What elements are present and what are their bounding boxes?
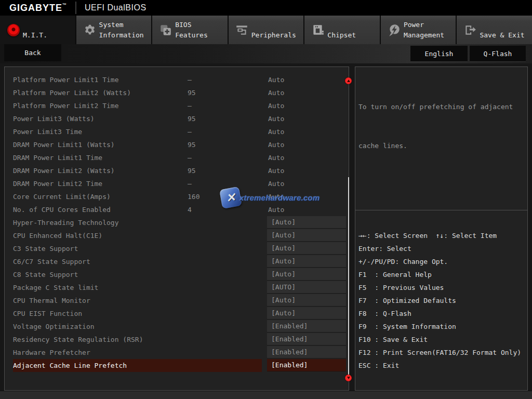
setting-current-value: –: [188, 73, 192, 86]
bottom-strip: [0, 391, 532, 399]
setting-current-value: –: [188, 99, 192, 112]
setting-label: DRAM Power Limit2 Time: [13, 177, 262, 190]
setting-default-value: Auto: [268, 125, 284, 138]
setting-row[interactable]: Power Limit3 Time–Auto: [5, 125, 349, 138]
setting-current-value: 4: [188, 203, 192, 216]
setting-row[interactable]: DRAM Power Limit1 (Watts)95Auto: [5, 138, 349, 151]
setting-value-box[interactable]: [Enabled]: [267, 359, 346, 371]
setting-row[interactable]: Adjacent Cache Line Prefetch[Enabled]: [5, 359, 349, 372]
setting-row[interactable]: CPU EIST Function[Auto]: [5, 307, 349, 320]
setting-label: DRAM Power Limit2 (Watts): [13, 164, 262, 177]
tab-power-management[interactable]: PowerManagement: [381, 16, 456, 44]
divider: [355, 210, 527, 210]
key-legend-line: ESC : Exit: [358, 359, 526, 372]
help-panel: To turn on/off prefetching of adjacent c…: [355, 66, 528, 391]
setting-row[interactable]: Residency State Regulation (RSR)[Enabled…: [5, 333, 349, 346]
setting-row[interactable]: DRAM Power Limit2 (Watts)95Auto: [5, 164, 349, 177]
setting-row[interactable]: Voltage Optimization[Enabled]: [5, 320, 349, 333]
key-legend-line: F1 : General Help: [358, 268, 526, 281]
tab-save-exit[interactable]: Save & Exit: [457, 16, 532, 44]
setting-value-box[interactable]: [Enabled]: [267, 333, 346, 345]
setting-value-box[interactable]: [Auto]: [267, 216, 346, 229]
setting-row[interactable]: Platform Power Limit1 Time–Auto: [5, 73, 349, 86]
key-legend-line: F9 : System Information: [358, 320, 526, 333]
tab-peripherals[interactable]: Peripherals: [229, 16, 304, 44]
setting-default-value: Auto: [268, 99, 284, 112]
setting-value-box[interactable]: [Auto]: [267, 242, 346, 255]
setting-label: DRAM Power Limit1 (Watts): [13, 138, 262, 151]
setting-current-value: –: [188, 177, 192, 190]
setting-default-value: Auto: [268, 138, 284, 151]
setting-row[interactable]: Core Current Limit(Amps)160Auto: [5, 190, 349, 203]
setting-value-box[interactable]: [Auto]: [267, 307, 346, 320]
gigabyte-logo: GIGABYTE™: [9, 3, 67, 14]
setting-label: CPU Thermal Monitor: [13, 294, 262, 307]
setting-default-value: Auto: [268, 203, 284, 216]
setting-current-value: 95: [188, 138, 196, 151]
setting-label: Adjacent Cache Line Prefetch: [13, 359, 262, 372]
key-legend-line: F5 : Previous Values: [358, 281, 526, 294]
key-legend-line: →←: Select Screen ↑↓: Select Item: [358, 229, 526, 242]
trademark-symbol: ™: [62, 3, 67, 7]
setting-row[interactable]: C6/C7 State Support[Auto]: [5, 255, 349, 268]
setting-current-value: 95: [188, 112, 196, 125]
setting-row[interactable]: No. of CPU Cores Enabled4Auto: [5, 203, 349, 216]
setting-row[interactable]: C3 State Support[Auto]: [5, 242, 349, 255]
setting-default-value: Auto: [268, 190, 284, 203]
mit-indicator-icon: [4, 16, 23, 44]
divider: [75, 2, 76, 14]
scrollbar[interactable]: [348, 177, 349, 376]
tab-mit[interactable]: M.I.T.: [0, 16, 75, 44]
key-legend-line: Enter: Select: [358, 242, 526, 255]
settings-panel: Platform Power Limit1 Time–AutoPlatform …: [4, 66, 349, 391]
setting-value-box[interactable]: [Auto]: [267, 255, 346, 268]
setting-row[interactable]: Power Limit3 (Watts)95Auto: [5, 112, 349, 125]
back-button[interactable]: Back: [4, 44, 61, 61]
setting-value-box[interactable]: [AUTO]: [267, 281, 346, 294]
setting-label: Power Limit3 (Watts): [13, 112, 262, 125]
gear-icon: [81, 16, 99, 44]
setting-row[interactable]: CPU Thermal Monitor[Auto]: [5, 294, 349, 307]
setting-value-box[interactable]: [Auto]: [267, 229, 346, 242]
main-menu-tabs: M.I.T. SystemInformation BIOSFeatures: [0, 16, 532, 44]
tab-label: SystemInformation: [99, 20, 144, 44]
setting-default-value: Auto: [268, 164, 284, 177]
tab-bios-features[interactable]: BIOSFeatures: [152, 16, 228, 44]
tab-label: Peripherals: [251, 30, 296, 44]
language-button[interactable]: English: [410, 46, 468, 62]
tab-label: PowerManagement: [404, 20, 444, 44]
setting-row[interactable]: Platform Power Limit2 Time–Auto: [5, 99, 349, 112]
setting-current-value: –: [188, 151, 192, 164]
setting-row[interactable]: DRAM Power Limit1 Time–Auto: [5, 151, 349, 164]
setting-row[interactable]: Hardware Prefetcher[Enabled]: [5, 346, 349, 359]
tab-system-information[interactable]: SystemInformation: [76, 16, 152, 44]
save-exit-icon: [461, 16, 480, 44]
setting-row[interactable]: CPU Enhanced Halt(C1E)[Auto]: [5, 229, 349, 242]
setting-current-value: 95: [188, 86, 196, 99]
key-legend-line: F12 : Print Screen(FAT16/32 Format Only): [358, 346, 526, 359]
setting-label: CPU Enhanced Halt(C1E): [13, 229, 262, 242]
setting-row[interactable]: Package C State limit[AUTO]: [5, 281, 349, 294]
setting-row[interactable]: Hyper-Threading Technology[Auto]: [5, 216, 349, 229]
setting-value-box[interactable]: [Auto]: [267, 268, 346, 281]
tab-chipset[interactable]: Chipset: [304, 16, 380, 44]
title-bar: GIGABYTE™ UEFI DualBIOS: [0, 0, 532, 16]
setting-row[interactable]: DRAM Power Limit2 Time–Auto: [5, 177, 349, 190]
qflash-button[interactable]: Q-Flash: [470, 46, 526, 62]
scroll-down-icon[interactable]: [345, 375, 352, 381]
setting-label: Power Limit3 Time: [13, 125, 262, 138]
tab-label: BIOSFeatures: [175, 20, 208, 44]
setting-row[interactable]: Platform Power Limit2 (Watts)95Auto: [5, 86, 349, 99]
setting-row[interactable]: C8 State Support[Auto]: [5, 268, 349, 281]
setting-value-box[interactable]: [Enabled]: [267, 346, 346, 358]
setting-label: Package C State limit: [13, 281, 262, 294]
scroll-up-icon[interactable]: [345, 77, 352, 84]
setting-default-value: Auto: [268, 73, 284, 86]
tab-label: Save & Exit: [480, 30, 524, 44]
setting-value-box[interactable]: [Enabled]: [267, 320, 346, 332]
setting-value-box[interactable]: [Auto]: [267, 294, 346, 307]
toolbar: Back English Q-Flash: [0, 44, 532, 63]
power-icon: [385, 16, 404, 44]
page-title: UEFI DualBIOS: [85, 3, 147, 12]
setting-label: Hyper-Threading Technology: [13, 216, 262, 229]
